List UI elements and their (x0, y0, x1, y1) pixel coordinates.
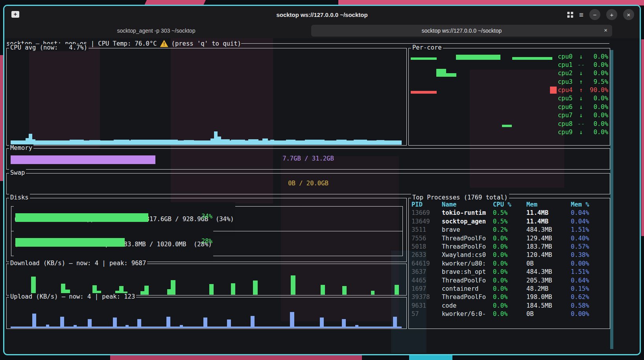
cell-mem: 184.5MB (526, 302, 571, 310)
cell-pid: 2633 (411, 251, 442, 259)
spark-bar (60, 317, 64, 328)
terminal-window: + socktop ws://127.0.0.0 ~/socktop ≡ − +… (3, 5, 641, 355)
core-percent: 0.0% (586, 95, 608, 102)
cell-memp: 0.64% (571, 277, 608, 285)
core-sparkline (411, 52, 552, 61)
terminal-screen[interactable]: socktop — host: pop-os | CPU Temp: 76.0°… (6, 38, 641, 353)
cell-name: ThreadPoolFo (442, 234, 493, 243)
tab-overview-icon[interactable] (567, 12, 573, 18)
spark-bar (89, 140, 100, 145)
upload-title: Upload (KB/s) — now: 4 | peak: 123 (9, 293, 136, 300)
spark-bar (262, 138, 268, 145)
process-row: 13649socktop_agen0.5%11.4MB0.04% (411, 218, 608, 226)
spark-bar (46, 325, 49, 328)
cell-cpu: 0.0% (493, 234, 526, 243)
spark-bar (137, 319, 141, 328)
tab-close-icon[interactable]: × (604, 27, 607, 33)
cell-cpu: 0.5% (493, 209, 526, 217)
minimize-button[interactable]: − (589, 9, 600, 20)
core-label: cpu0↓0.0% (550, 52, 608, 61)
cell-memp: 1.51% (571, 268, 608, 276)
core-row: cpu8--0.0% (409, 120, 610, 128)
core-name: cpu4 (558, 87, 576, 94)
app-header-suffix: (press 'q' to quit) (172, 40, 241, 47)
core-name: cpu7 (558, 112, 576, 119)
spark-bar (218, 137, 221, 145)
menu-icon[interactable]: ≡ (579, 11, 583, 18)
spark-bar (355, 325, 358, 328)
spark-bar (32, 314, 36, 328)
core-label: cpu1--0.0% (550, 61, 608, 69)
core-trend-flat-icon: -- (576, 120, 586, 127)
core-name: cpu8 (558, 120, 576, 127)
core-trend-down-icon: ↓ (576, 112, 586, 119)
spark-bar (436, 69, 446, 77)
cell-cpu: 0.0% (493, 302, 526, 310)
core-trend-down-icon: ↓ (576, 129, 586, 136)
window-controls: ≡ − + × (567, 6, 634, 23)
swap-panel: Swap 0B / 20.0GB (6, 173, 610, 194)
per-core-panel: Per-core cpu0↓0.0%cpu1--0.0%cpu2↓0.0%cpu… (408, 48, 610, 146)
process-row: 57kworker/6:0-0.0%0B0.00% (411, 310, 608, 318)
spark-bar (231, 140, 245, 145)
spark-bar (203, 318, 207, 328)
core-percent: 0.0% (586, 70, 608, 77)
core-name: cpu5 (558, 95, 576, 102)
process-row: 3511brave0.2%484.3MB1.51% (411, 226, 608, 234)
spark-bar (210, 138, 214, 145)
disks-title: Disks (9, 194, 30, 201)
core-percent: 90.0% (586, 87, 608, 94)
cell-cpu: 0.0% (493, 310, 526, 318)
cell-cpu: 0.0% (493, 251, 526, 259)
spark-bar (26, 138, 29, 145)
cell-cpu: 0.0% (493, 243, 526, 251)
cell-memp: 0.04% (571, 209, 608, 217)
core-sparkline (411, 61, 552, 69)
core-row: cpu4↑90.0% (409, 86, 610, 94)
spark-bar (512, 57, 552, 60)
cell-memp: 0.40% (571, 234, 608, 243)
spark-bar (113, 318, 117, 328)
core-label: cpu2↓0.0% (550, 69, 608, 78)
memory-panel: Memory 7.7GB / 31.2GB (6, 148, 610, 170)
spark-bar (411, 57, 437, 60)
core-name: cpu3 (558, 78, 576, 85)
spark-bar (446, 73, 456, 77)
tab-socktop[interactable]: socktop ws://127.0.0.0 ~/socktop × (311, 25, 612, 37)
spark-bar (502, 125, 512, 127)
cell-pid: 1697 (411, 285, 442, 293)
wallpaper-shape (641, 39, 644, 236)
spark-bar (305, 140, 325, 145)
core-sparkline (411, 128, 552, 137)
disk-nvme-panel: /dev/nvme0n1p1 283.8MB / 1020.0MB (28%) … (11, 231, 403, 256)
cell-pid: 3637 (411, 268, 442, 276)
process-row: 64619kworker/u80:0.0%0B0.00% (411, 260, 608, 268)
processes-panel: Top Processes (1769 total) PID Name CPU … (408, 198, 610, 329)
spark-bar (131, 140, 178, 145)
cell-pid: 7556 (411, 234, 442, 243)
cell-cpu: 0.2% (493, 226, 526, 234)
cell-pid: 39378 (411, 293, 442, 301)
spark-bar (221, 139, 230, 145)
download-panel: Download (KB/s) — now: 4 | peak: 9687 (6, 264, 407, 295)
spark-bar (32, 139, 35, 145)
cell-memp: 1.51% (571, 226, 608, 234)
core-trend-up-icon: ↑ (576, 87, 586, 94)
spark-bar (88, 319, 92, 328)
process-row: 2633Xwayland:cs00.0%120.4MB0.38% (411, 251, 608, 259)
core-sparkline (411, 103, 552, 111)
process-rows: 13669tokio-runtim0.5%11.4MB0.04%13649soc… (411, 209, 608, 318)
cell-mem: 120.4MB (526, 251, 571, 259)
core-percent: 0.0% (586, 129, 608, 136)
tab-socktop-agent[interactable]: socktop_agent -p 303 ~/socktop (4, 23, 308, 38)
core-percent: 0.0% (586, 53, 608, 60)
core-trend-flat-icon: -- (576, 61, 586, 68)
maximize-button[interactable]: + (606, 9, 617, 20)
cell-cpu: 0.0% (493, 268, 526, 276)
swap-gauge-label: 0B / 20.0GB (7, 180, 610, 187)
core-label: cpu7↓0.0% (550, 111, 608, 120)
cell-pid: 13649 (411, 218, 442, 226)
process-row: 13669tokio-runtim0.5%11.4MB0.04% (411, 209, 608, 217)
spark-bar (342, 286, 347, 295)
close-button[interactable]: × (623, 9, 634, 20)
